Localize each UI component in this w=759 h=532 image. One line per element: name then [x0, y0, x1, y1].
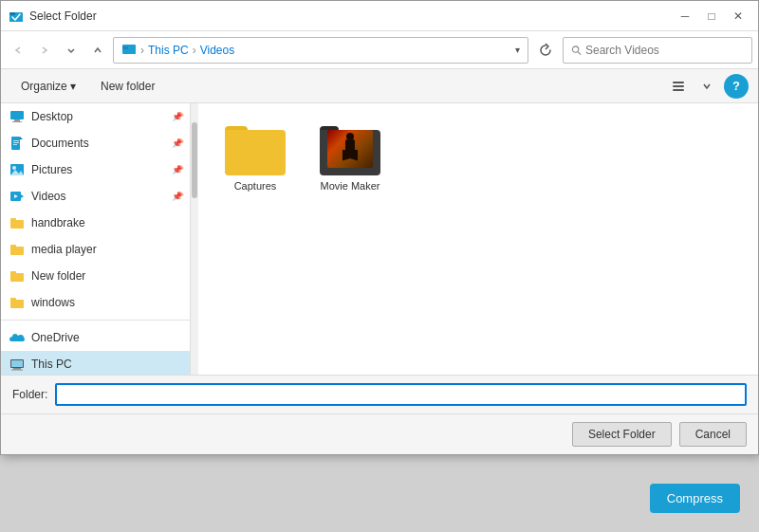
sidebar-label-handbrake: handbrake: [31, 216, 85, 229]
title-bar-controls: ─ □ ✕: [673, 7, 750, 26]
forward-button[interactable]: [33, 39, 56, 62]
search-box[interactable]: [563, 37, 752, 64]
svg-point-5: [572, 46, 578, 51]
svg-rect-34: [13, 368, 21, 370]
sidebar-item-handbrake[interactable]: handbrake: [1, 210, 190, 236]
svg-rect-10: [10, 111, 24, 119]
address-path[interactable]: › This PC › Videos ▾: [113, 37, 528, 64]
recent-locations-button[interactable]: [60, 39, 83, 62]
folder-path-input[interactable]: [55, 383, 747, 406]
pin-icon-documents: 📌: [172, 138, 182, 148]
refresh-button[interactable]: [532, 37, 559, 64]
file-area: Captures Movie Maker: [198, 103, 758, 375]
svg-rect-12: [12, 121, 22, 122]
folder-input-bar: Folder:: [1, 375, 758, 413]
sidebar-item-videos[interactable]: Videos 📌: [1, 183, 190, 210]
sidebar-label-desktop: Desktop: [31, 110, 73, 123]
select-folder-dialog: Select Folder ─ □ ✕ ›: [0, 0, 759, 455]
select-folder-button[interactable]: Select Folder: [572, 422, 672, 447]
path-separator-2: ›: [193, 44, 196, 57]
path-dropdown-button[interactable]: ▾: [515, 45, 520, 55]
sidebar-item-windows[interactable]: windows: [1, 289, 190, 316]
captures-folder-name: Captures: [234, 179, 277, 193]
pin-icon-desktop: 📌: [172, 112, 182, 121]
sidebar-label-new-folder: New folder: [31, 269, 85, 283]
up-button[interactable]: [86, 39, 109, 62]
sidebar-container: Desktop 📌 Documents: [1, 103, 198, 375]
svg-marker-22: [21, 194, 24, 198]
sidebar-label-this-pc: This PC: [31, 358, 72, 371]
pin-icon-pictures: 📌: [172, 165, 182, 174]
pin-icon-videos: 📌: [172, 192, 182, 201]
view-list-button[interactable]: [665, 73, 692, 100]
captures-folder-icon: [225, 126, 286, 175]
sidebar-item-documents[interactable]: Documents 📌: [1, 130, 190, 156]
new-folder-button[interactable]: New folder: [90, 73, 165, 100]
media-player-folder-icon: [9, 241, 26, 258]
sidebar-divider-1: [1, 320, 190, 321]
minimize-button[interactable]: ─: [673, 7, 697, 26]
help-button[interactable]: ?: [724, 74, 749, 99]
dialog-icon: [9, 9, 24, 24]
movie-maker-folder-name: Movie Maker: [321, 179, 380, 193]
sidebar-item-onedrive[interactable]: OneDrive: [1, 324, 190, 351]
sidebar-label-videos: Videos: [31, 190, 65, 203]
svg-rect-27: [10, 245, 16, 248]
path-videos[interactable]: Videos: [200, 44, 234, 57]
svg-rect-33: [11, 360, 23, 367]
sidebar-item-media-player[interactable]: media player: [1, 236, 190, 263]
dialog-title: Select Folder: [29, 9, 673, 23]
handbrake-folder-icon: [9, 214, 26, 231]
scrollbar-thumb[interactable]: [192, 122, 197, 198]
sidebar-label-onedrive: OneDrive: [31, 331, 80, 344]
sidebar-scrollbar[interactable]: [191, 103, 198, 375]
svg-rect-7: [673, 82, 684, 83]
view-dropdown-icon: [702, 82, 712, 91]
path-thispc[interactable]: This PC: [148, 44, 189, 57]
this-pc-icon: [9, 356, 26, 373]
main-content: Desktop 📌 Documents: [1, 103, 758, 375]
sidebar-item-pictures[interactable]: Pictures 📌: [1, 156, 190, 183]
sidebar-item-new-folder[interactable]: New folder: [1, 263, 190, 289]
documents-icon: [9, 135, 26, 152]
folder-item-movie-maker[interactable]: Movie Maker: [312, 122, 388, 196]
sidebar-item-desktop[interactable]: Desktop 📌: [1, 103, 190, 130]
sidebar-label-windows: windows: [31, 296, 75, 309]
path-icon: [121, 41, 137, 59]
desktop-icon: [9, 108, 26, 125]
svg-rect-17: [13, 144, 17, 145]
svg-rect-15: [13, 140, 19, 141]
new-folder-icon: [9, 267, 26, 284]
svg-rect-2: [9, 12, 15, 15]
svg-rect-9: [673, 89, 684, 91]
movie-maker-thumbnail: [327, 130, 373, 168]
title-bar: Select Folder ─ □ ✕: [1, 1, 758, 31]
svg-rect-11: [14, 119, 20, 121]
svg-marker-14: [20, 137, 23, 139]
svg-point-19: [12, 166, 16, 170]
sidebar-label-media-player: media player: [31, 243, 97, 256]
cancel-button[interactable]: Cancel: [679, 422, 747, 447]
svg-rect-16: [13, 142, 19, 143]
folder-item-captures[interactable]: Captures: [217, 122, 293, 196]
back-button[interactable]: [7, 39, 29, 62]
sidebar-label-pictures: Pictures: [31, 163, 72, 176]
close-button[interactable]: ✕: [726, 7, 750, 26]
toolbar: Organize ▾ New folder ?: [1, 69, 758, 103]
svg-rect-25: [10, 218, 16, 222]
search-input[interactable]: [585, 44, 744, 57]
sidebar: Desktop 📌 Documents: [1, 103, 191, 375]
address-bar: › This PC › Videos ▾: [1, 31, 758, 69]
view-dropdown-button[interactable]: [694, 73, 720, 100]
windows-folder-icon: [9, 294, 26, 311]
compress-button[interactable]: Compress: [650, 484, 740, 513]
folder-label: Folder:: [12, 388, 47, 401]
svg-rect-35: [11, 370, 23, 371]
movie-maker-folder-icon: [320, 126, 380, 175]
maximize-button[interactable]: □: [699, 7, 724, 26]
list-view-icon: [671, 79, 686, 94]
sidebar-item-this-pc[interactable]: This PC: [1, 351, 190, 375]
organize-button[interactable]: Organize ▾: [10, 73, 86, 100]
action-buttons-bar: Select Folder Cancel: [1, 413, 758, 454]
videos-icon: [9, 188, 26, 205]
